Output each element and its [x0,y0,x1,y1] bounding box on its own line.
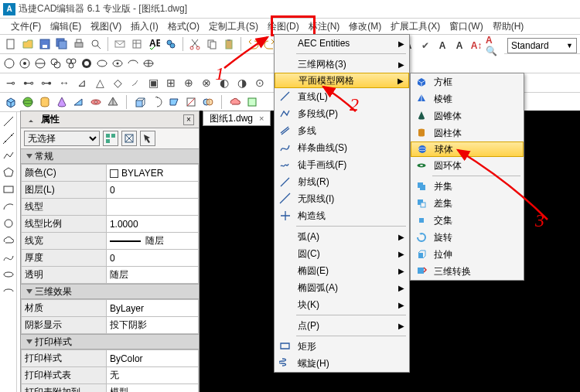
menu-item-L[interactable]: 直线(L) [275,88,409,105]
menu-item-3[interactable]: 三维网格(3)▶ [275,56,409,73]
section-icon[interactable] [185,96,197,108]
rect-icon[interactable] [2,183,15,196]
cone-icon[interactable] [56,96,68,108]
menu-item-[interactable]: 球体 [411,141,524,157]
ellipse-icon[interactable] [111,57,124,70]
copy-icon[interactable] [204,36,220,52]
menu-item-[interactable]: 差集 [411,195,524,212]
ellipse-icon[interactable] [96,57,108,70]
spline-icon[interactable] [2,251,15,264]
explorer-icon[interactable] [129,36,145,52]
snap-icon-1[interactable]: ⊷ [21,75,36,90]
cut-icon[interactable] [187,36,203,52]
ellipse-arc-icon[interactable] [2,285,15,298]
prop-value[interactable]: ByColor [106,350,198,367]
menu-format[interactable]: 格式(O) [163,19,204,35]
circle-icon[interactable] [3,57,15,70]
menu-item-[interactable]: 交集 [411,212,524,229]
menu-item-P[interactable]: 多段线(P) [275,105,409,122]
ellipse-arc-icon[interactable] [127,57,139,70]
menu-insert[interactable]: 插入(I) [126,19,162,35]
circle-icon[interactable] [34,57,46,70]
revolve-icon[interactable] [151,96,163,108]
text-a-icon[interactable]: A [435,38,450,53]
menu-ext[interactable]: 扩展工具(X) [386,19,445,35]
text-a-icon[interactable]: A [452,38,467,53]
menu-item-S[interactable]: 样条曲线(S) [275,139,409,156]
menu-item-[interactable]: 棱锥 [411,90,524,107]
menu-item-H[interactable]: 螺旋(H) [275,355,409,372]
menu-item-[interactable]: 圆锥体 [411,107,524,124]
pyramid-icon[interactable] [107,96,119,108]
open-icon[interactable] [20,36,36,52]
menu-item-[interactable]: 拉伸 [411,246,524,263]
prop-value[interactable]: 1.0000 [106,216,198,233]
document-tab[interactable]: 图纸1.dwg × [203,111,271,126]
menu-item-A[interactable]: 弧(A)▶ [275,228,409,245]
menu-item-[interactable]: 圆柱体 [411,124,524,141]
prop-value[interactable]: ByLayer [106,300,198,317]
snap-icon-10[interactable]: ⊕ [181,75,196,90]
snap-icon-9[interactable]: ⊞ [163,75,179,90]
text-style-combo[interactable]: Standard ▼ [507,38,577,53]
snap-icon-7[interactable]: ⟋ [128,75,143,90]
undo-icon[interactable] [245,36,261,52]
prop-value[interactable] [106,199,198,216]
menu-item-[interactable]: 三维转换 [411,263,524,280]
menu-item-[interactable]: 方框 [411,73,524,90]
section-3d[interactable]: 三维效果 [21,284,199,299]
circle3-icon[interactable] [65,57,77,70]
snap-icon-4[interactable]: ⊿ [74,75,90,90]
menu-help[interactable]: 帮助(H) [488,19,529,35]
box-icon[interactable] [5,96,17,108]
email-icon[interactable] [112,36,128,52]
section-general[interactable]: 常规 [21,148,199,164]
prop-value[interactable]: 无 [106,367,198,384]
print-icon[interactable] [71,36,87,52]
cylinder-icon[interactable] [39,96,51,108]
snap-icon-2[interactable]: ⊶ [39,75,54,90]
menu-window[interactable]: 窗口(W) [445,19,487,35]
snap-icon-13[interactable]: ◑ [234,75,250,90]
menu-item-[interactable]: 多线 [275,122,409,139]
prop-value[interactable]: 随层 [106,233,198,250]
spellcheck-icon[interactable]: ✔ [418,38,433,53]
snap-icon-12[interactable]: ◐ [217,75,232,90]
circle-icon[interactable] [19,57,31,70]
circle2-icon[interactable] [49,57,62,70]
spellcheck-icon[interactable]: ABC [146,36,162,52]
close-icon[interactable]: × [259,114,264,123]
menu-item-P[interactable]: 点(P)▶ [275,317,409,334]
prop-value[interactable]: 随层 [106,267,198,284]
ellipse-icon[interactable] [2,268,15,281]
polygon-icon[interactable] [2,166,15,179]
donut-icon[interactable] [80,57,93,70]
menu-item-C[interactable]: 圆(C)▶ [275,245,409,262]
extrude-icon[interactable] [134,96,146,108]
section-print[interactable]: 打印样式 [21,334,199,349]
sphere-icon[interactable] [22,96,34,108]
paste-icon[interactable] [221,36,237,52]
ellipse-axis-icon[interactable] [142,57,155,70]
snap-icon-3[interactable]: ↔ [56,75,72,90]
prop-value[interactable]: 模型 [106,384,198,393]
preview-icon[interactable] [88,36,104,52]
pin-icon[interactable] [26,114,36,125]
menu-file[interactable]: 文件(F) [6,19,46,35]
snap-icon-14[interactable]: ⊙ [252,75,268,90]
pline-icon[interactable] [2,149,15,162]
snap-icon-11[interactable]: ⊗ [199,75,214,90]
quickselect-icon[interactable] [103,131,118,146]
new-icon[interactable] [3,36,19,52]
cloud-icon[interactable] [2,234,15,247]
snap-icon-5[interactable]: △ [92,75,107,90]
menu-item-R[interactable]: 射线(R) [275,173,409,190]
snap-icon-0[interactable]: ⊸ [3,75,19,90]
prop-value[interactable]: 0 [106,250,198,267]
prop-value[interactable]: BYLAYER [106,165,198,182]
menu-item-[interactable]: 构造线 [275,207,409,224]
pickadd-icon[interactable] [121,131,137,146]
circle-icon[interactable] [2,217,15,230]
text-scale-icon[interactable]: A↕ [469,38,484,53]
menu-item-AECEntities[interactable]: AEC Entities▶ [275,35,409,52]
